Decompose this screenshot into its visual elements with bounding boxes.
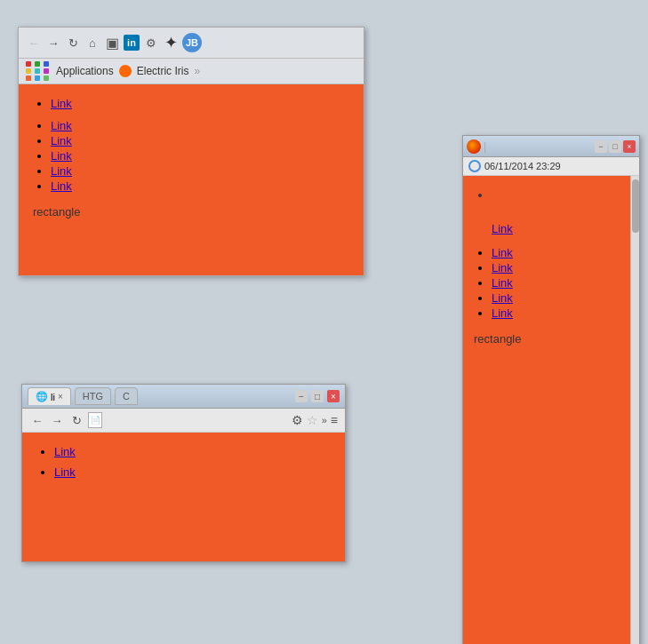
firefox-window-1: 🌐 li × HTG C − □ × ← → ↻ 📄 ⚙ ☆ » ≡ [21,384,346,562]
ff2-link-1[interactable]: Link [492,246,513,259]
ff2-bullet-group [474,188,628,202]
ff2-restore-button[interactable]: □ [609,140,621,153]
puzzle-icon[interactable]: ✦ [163,35,179,51]
ff1-link-2[interactable]: Link [54,465,76,479]
ff1-tab-2[interactable]: HTG [75,387,111,405]
chrome-content-area: Link Link Link Link Link Link rectangle [19,84,364,275]
ff1-tab2-label: HTG [83,391,103,402]
ff2-link-3[interactable]: Link [492,276,513,290]
settings-icon[interactable]: ⚙ [143,35,159,51]
ff2-link-2[interactable]: Link [492,261,513,274]
ff2-addressbar: 06/11/2014 23:29 [463,157,639,176]
ff2-minimize-button[interactable]: − [595,140,607,153]
ff2-titlebar: | − □ × [463,136,639,157]
ff1-tab3-label: C [123,391,130,402]
ff1-close-button[interactable]: × [327,390,340,402]
ff1-tab-1[interactable]: 🌐 li × [28,387,71,405]
ff1-link-group-2: Link [36,465,331,479]
ff1-menu-button[interactable]: ≡ [331,413,338,427]
ff2-close-button[interactable]: × [623,140,636,153]
user-avatar[interactable]: JB [182,33,202,52]
ff1-minimize-button[interactable]: − [295,390,308,402]
ff1-star-icon[interactable]: ☆ [307,413,318,427]
ff1-titlebar: 🌐 li × HTG C − □ × [22,385,345,409]
back-button[interactable]: ← [26,35,42,51]
link-2[interactable]: Link [51,119,72,132]
ff1-page-icon-glyph: 📄 [91,416,100,425]
link-group-2: Link Link Link Link Link [33,119,349,193]
home-button[interactable]: ⌂ [84,35,100,51]
ff2-window-controls: − □ × [595,140,636,153]
ff2-pipe: | [484,140,486,153]
ff1-link-group-1: Link [36,445,331,458]
ff1-back-button[interactable]: ← [29,412,45,428]
ff1-link-1[interactable]: Link [54,445,76,458]
ff1-tab1-label: li [51,392,55,402]
tabs-button[interactable]: ▣ [104,35,120,51]
linkedin-icon[interactable]: in [124,35,140,51]
ff1-tab1-icon: 🌐 [36,391,48,402]
link-group-1: Link [33,97,349,110]
link-4[interactable]: Link [51,149,72,163]
ff1-restore-button[interactable]: □ [311,390,324,402]
ff2-url-display: 06/11/2014 23:29 [484,161,561,171]
bookmarks-more[interactable]: » [194,65,200,77]
ff2-scrollbar[interactable] [630,176,639,644]
electric-iris-bookmark[interactable]: Electric Iris [137,65,189,77]
ff1-more-button[interactable]: » [322,415,327,425]
ff1-tab1-close[interactable]: × [58,392,63,402]
bookmarks-bar: Applications Electric Iris » [19,59,364,84]
ff1-reload-button[interactable]: ↻ [68,412,84,428]
applications-bookmark[interactable]: Applications [56,65,114,77]
chrome-toolbar: ← → ↻ ⌂ ▣ in ⚙ ✦ JB [19,28,364,59]
rectangle-label: rectangle [33,205,349,219]
ff1-page-icon: 📄 [88,412,102,428]
chrome-window-1: ← → ↻ ⌂ ▣ in ⚙ ✦ JB Applications Electri… [18,27,364,276]
electric-iris-icon [119,65,132,77]
link-5[interactable]: Link [51,164,72,178]
ff2-scrollbar-thumb[interactable] [632,179,639,233]
ff1-tab-3[interactable]: C [115,387,138,405]
ff2-globe-icon [468,160,481,172]
firefox-window-2: | − □ × 06/11/2014 23:29 Link Link Link … [462,135,640,644]
forward-button[interactable]: → [45,35,61,51]
apps-grid-icon[interactable] [26,61,51,81]
ff2-link-4[interactable]: Link [492,291,513,305]
ff2-firefox-icon [467,139,481,154]
ff2-content-area: Link Link Link Link Link Link rectangle [463,176,639,644]
reload-button[interactable]: ↻ [65,35,81,51]
ff1-forward-button[interactable]: → [49,412,65,428]
link-1[interactable]: Link [51,97,72,110]
ff2-link-group-2: Link Link Link Link Link [474,246,628,320]
ff1-content-area: Link Link [22,433,345,561]
ff2-link-5[interactable]: Link [492,306,513,320]
ff2-rectangle-label: rectangle [474,332,628,346]
ff2-link-single[interactable]: Link [492,222,513,235]
ff1-toolbar: ← → ↻ 📄 ⚙ ☆ » ≡ [22,409,345,433]
link-6[interactable]: Link [51,179,72,193]
link-3[interactable]: Link [51,134,72,147]
ff1-gear-icon[interactable]: ⚙ [292,413,303,427]
